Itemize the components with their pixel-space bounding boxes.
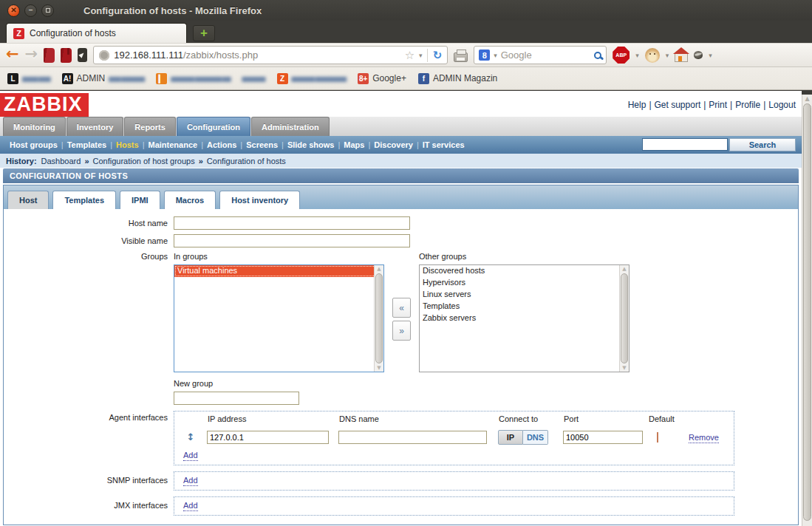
connect-dns-button[interactable]: DNS bbox=[523, 430, 548, 445]
close-button[interactable]: ✕ bbox=[7, 4, 20, 17]
reading-list-book-icon[interactable] bbox=[61, 48, 72, 63]
tab-templates[interactable]: Templates bbox=[52, 191, 116, 209]
add-snmp-interface-link[interactable]: Add bbox=[183, 476, 198, 486]
other-groups-listbox[interactable]: Discovered hosts Hypervisors Linux serve… bbox=[419, 264, 630, 372]
bookmark-book-icon[interactable] bbox=[44, 48, 55, 63]
new-tab-button[interactable]: + bbox=[193, 25, 215, 41]
url-dropdown-icon[interactable]: ▾ bbox=[419, 52, 423, 59]
adblock-plus-icon[interactable]: ABP bbox=[613, 47, 630, 64]
greasemonkey-dropdown-icon[interactable]: ▾ bbox=[666, 52, 669, 59]
tab-ipmi[interactable]: IPMI bbox=[120, 191, 160, 209]
in-groups-listbox[interactable]: Virtual machines ▲ ▼ bbox=[174, 264, 384, 372]
listbox-scrollbar[interactable]: ▲ ▼ bbox=[374, 265, 383, 372]
interface-ip-input[interactable] bbox=[207, 431, 329, 444]
bookmark-item[interactable]: Z ▆▆▆▆▆▆ ▆▆▆▆▆▆▆▆ bbox=[277, 73, 347, 84]
back-button[interactable]: ← bbox=[6, 47, 19, 62]
subnav-actions[interactable]: Actions bbox=[207, 140, 236, 149]
host-name-input[interactable] bbox=[174, 216, 410, 230]
profile-link[interactable]: Profile bbox=[735, 100, 760, 110]
help-link[interactable]: Help bbox=[628, 100, 646, 110]
scrollbar-thumb[interactable] bbox=[621, 273, 628, 363]
browser-scrollbar[interactable]: ▲ bbox=[802, 95, 812, 526]
list-item[interactable]: Templates bbox=[420, 301, 629, 312]
nav-reports[interactable]: Reports bbox=[124, 117, 176, 136]
search-engine-dropdown-icon[interactable]: ▾ bbox=[494, 52, 497, 59]
connect-ip-button[interactable]: IP bbox=[498, 430, 523, 445]
list-item[interactable]: Linux servers bbox=[420, 289, 629, 301]
crumb-host-groups[interactable]: Configuration of host groups bbox=[93, 157, 195, 165]
nav-inventory[interactable]: Inventory bbox=[66, 117, 124, 136]
add-agent-interface-link[interactable]: Add bbox=[183, 451, 198, 461]
new-group-input[interactable] bbox=[174, 392, 299, 405]
nav-monitoring[interactable]: Monitoring bbox=[3, 117, 66, 136]
subnav-maintenance[interactable]: Maintenance bbox=[149, 140, 198, 149]
bookmark-item[interactable]: L ▆▆▆▆ ▆▆▆ bbox=[7, 73, 50, 84]
add-jmx-interface-link[interactable]: Add bbox=[183, 501, 198, 511]
list-item[interactable]: Discovered hosts bbox=[420, 265, 629, 277]
visible-name-input[interactable] bbox=[174, 234, 410, 247]
list-item[interactable]: Virtual machines bbox=[174, 265, 383, 277]
greasemonkey-icon[interactable] bbox=[645, 48, 660, 63]
pocket-icon[interactable] bbox=[78, 48, 87, 62]
page-title: CONFIGURATION OF HOSTS bbox=[3, 168, 799, 183]
zabbix-search-input[interactable] bbox=[642, 138, 728, 151]
url-bar[interactable]: 192.168.111.111/zabbix/hosts.php ☆ ▾ ↻ bbox=[93, 46, 448, 64]
scrollbar-thumb[interactable] bbox=[803, 103, 811, 521]
zabbix-search-button[interactable]: Search bbox=[729, 138, 796, 151]
scroll-up-icon[interactable]: ▲ bbox=[802, 95, 812, 102]
crumb-dashboard[interactable]: Dashboard bbox=[41, 157, 81, 165]
print-link[interactable]: Print bbox=[709, 100, 727, 110]
bookmark-item[interactable]: ▎ ▆▆▆▆▆▆ ▆▆▆▆▆▆▆ ▆▆ bbox=[156, 73, 230, 84]
google-search-box[interactable]: 8 ▾ Google bbox=[474, 46, 607, 64]
subnav-host-groups[interactable]: Host groups bbox=[10, 140, 58, 149]
nav-configuration[interactable]: Configuration bbox=[177, 117, 250, 136]
subnav-slide-shows[interactable]: Slide shows bbox=[287, 140, 335, 149]
globe-icon bbox=[99, 50, 109, 61]
drag-handle-icon[interactable]: ↕ bbox=[174, 431, 204, 443]
tab-host[interactable]: Host bbox=[7, 191, 49, 209]
list-item[interactable]: Zabbix servers bbox=[420, 312, 629, 324]
tab-macros[interactable]: Macros bbox=[164, 191, 216, 209]
scroll-up-icon[interactable]: ▲ bbox=[375, 266, 383, 272]
adblock-dropdown-icon[interactable]: ▾ bbox=[635, 52, 639, 59]
logout-link[interactable]: Logout bbox=[768, 100, 796, 110]
subnav-it-services[interactable]: IT services bbox=[423, 140, 465, 149]
interface-dns-input[interactable] bbox=[338, 431, 487, 444]
subnav-discovery[interactable]: Discovery bbox=[374, 140, 413, 149]
minimize-button[interactable]: – bbox=[24, 4, 37, 17]
crumb-hosts[interactable]: Configuration of hosts bbox=[207, 157, 286, 165]
magnifier-icon[interactable] bbox=[594, 52, 601, 59]
subnav-screens[interactable]: Screens bbox=[246, 140, 278, 149]
scroll-down-icon[interactable]: ▼ bbox=[620, 365, 629, 371]
listbox-scrollbar[interactable]: ▲ ▼ bbox=[619, 265, 629, 372]
get-support-link[interactable]: Get support bbox=[655, 100, 701, 110]
firebug-dropdown-icon[interactable]: ▾ bbox=[709, 52, 712, 59]
interface-port-input[interactable] bbox=[563, 431, 643, 444]
forward-button[interactable]: → bbox=[25, 47, 38, 62]
subnav-templates[interactable]: Templates bbox=[67, 140, 107, 149]
bookmark-star-icon[interactable]: ☆ bbox=[405, 49, 414, 62]
scroll-down-icon[interactable]: ▼ bbox=[375, 365, 383, 371]
form-tabs: Host Templates IPMI Macros Host inventor… bbox=[4, 185, 798, 209]
reload-icon[interactable]: ↻ bbox=[427, 49, 443, 62]
firebug-icon[interactable] bbox=[694, 51, 703, 59]
move-out-button[interactable]: » bbox=[392, 321, 411, 341]
nav-administration[interactable]: Administration bbox=[251, 117, 330, 136]
scroll-up-icon[interactable]: ▲ bbox=[620, 266, 629, 272]
maximize-button[interactable] bbox=[41, 4, 54, 17]
main-nav: Monitoring Inventory Reports Configurati… bbox=[0, 117, 802, 136]
home-icon[interactable] bbox=[675, 53, 688, 62]
bookmark-item[interactable]: A! ADMIN ▆▆▆ ▆▆▆▆▆▆ bbox=[62, 73, 145, 84]
subnav-hosts[interactable]: Hosts bbox=[116, 140, 139, 149]
remove-interface-link[interactable]: Remove bbox=[689, 433, 719, 443]
bookmark-item[interactable]: ▆▆▆▆▆▆ bbox=[242, 75, 265, 82]
move-in-button[interactable]: « bbox=[392, 298, 411, 318]
tab-host-inventory[interactable]: Host inventory bbox=[219, 191, 300, 209]
browser-tab[interactable]: Z Configuration of hosts bbox=[6, 23, 187, 43]
bookmark-item-admin-magazin[interactable]: f ADMIN Magazin bbox=[418, 73, 497, 84]
scrollbar-thumb[interactable] bbox=[375, 273, 383, 363]
print-icon[interactable] bbox=[454, 52, 468, 62]
bookmark-item-googleplus[interactable]: 8+ Google+ bbox=[358, 73, 406, 84]
list-item[interactable]: Hypervisors bbox=[420, 277, 629, 289]
subnav-maps[interactable]: Maps bbox=[344, 140, 364, 149]
